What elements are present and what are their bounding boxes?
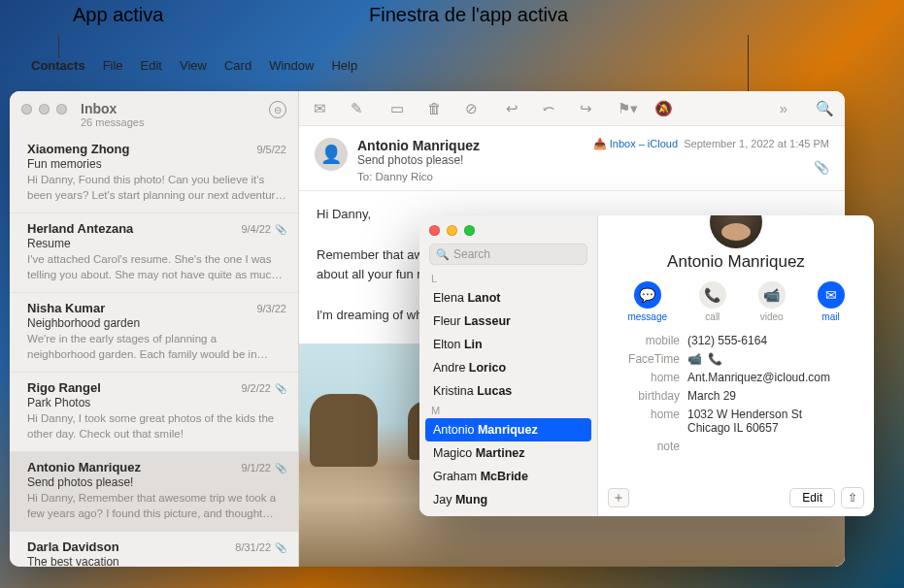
contacts-list-pane: 🔍 Search LElena LanotFleur LasseurElton … xyxy=(419,215,598,516)
field-label: home xyxy=(612,371,687,384)
contact-item[interactable]: Elena Lanot xyxy=(419,286,597,310)
reply-all-icon[interactable]: ⤺ xyxy=(540,100,557,117)
mobile-value[interactable]: (312) 555-6164 xyxy=(687,334,860,347)
menu-view[interactable]: View xyxy=(180,58,207,73)
address-value[interactable]: 1032 W Henderson StChicago IL 60657 xyxy=(687,408,860,435)
traffic-lights xyxy=(21,104,67,114)
field-label: note xyxy=(612,440,687,453)
callout-active-window: Finestra de l'app activa xyxy=(369,4,568,26)
mail-button[interactable]: ✉mail xyxy=(818,281,845,322)
facetime-audio-icon[interactable]: 📞 xyxy=(708,352,722,366)
contact-item[interactable]: Jay Mung xyxy=(419,488,597,511)
header-to-label: To: xyxy=(357,171,372,182)
attachment-icon[interactable]: 📎 xyxy=(814,160,829,175)
field-label: FaceTime xyxy=(612,352,687,366)
contact-item[interactable]: Kristina Lucas xyxy=(419,379,597,403)
forward-icon[interactable]: ↪ xyxy=(577,100,594,117)
search-icon: 🔍 xyxy=(436,248,450,261)
filter-icon[interactable]: ⊖ xyxy=(269,101,286,118)
callout-active-app: App activa xyxy=(73,4,163,26)
message-item[interactable]: Herland Antezana9/4/22📎 ResumeI've attac… xyxy=(10,213,298,293)
close-icon[interactable] xyxy=(21,104,32,114)
add-contact-button[interactable]: ＋ xyxy=(608,488,629,507)
trash-icon[interactable]: 🗑 xyxy=(425,100,443,117)
contact-item[interactable]: Magico Martinez xyxy=(419,441,597,465)
zoom-icon[interactable] xyxy=(464,225,475,236)
facetime-value[interactable]: 📹📞 xyxy=(687,352,860,366)
contact-item[interactable]: Andre Lorico xyxy=(419,356,597,379)
message-list[interactable]: Xiaomeng Zhong9/5/22 Fun memoriesHi Dann… xyxy=(10,134,298,567)
flag-icon[interactable]: ⚑▾ xyxy=(618,100,635,117)
traffic-lights xyxy=(419,215,597,240)
menu-card[interactable]: Card xyxy=(224,58,251,73)
message-button[interactable]: 💬message xyxy=(627,281,667,322)
field-label: home xyxy=(612,408,687,435)
header-subject: Send photos please! xyxy=(357,153,593,167)
message-header: 👤 Antonio Manriquez Send photos please! … xyxy=(299,126,845,191)
note-value[interactable] xyxy=(687,440,860,453)
header-from: Antonio Manriquez xyxy=(357,138,593,153)
menu-help[interactable]: Help xyxy=(331,58,357,73)
menubar-app-name[interactable]: Contacts xyxy=(31,58,85,73)
compose-icon[interactable]: ✎ xyxy=(348,100,365,117)
field-label: mobile xyxy=(612,334,687,347)
more-icon[interactable]: » xyxy=(775,100,792,116)
mailbox-title: Inbox xyxy=(81,101,269,116)
mail-sidebar: Inbox 26 messages ⊖ Xiaomeng Zhong9/5/22… xyxy=(10,91,299,567)
contact-name: Antonio Manriquez xyxy=(612,252,860,272)
call-button[interactable]: 📞call xyxy=(699,281,726,322)
edit-button[interactable]: Edit xyxy=(789,488,835,507)
zoom-icon[interactable] xyxy=(56,104,67,114)
reply-icon[interactable]: ↩ xyxy=(503,100,520,117)
minimize-icon[interactable] xyxy=(39,104,50,114)
field-label: birthday xyxy=(612,389,687,403)
mailbox-count: 26 messages xyxy=(81,116,269,128)
list-section-header: M xyxy=(419,403,597,418)
header-to-name: Danny Rico xyxy=(376,171,433,182)
menubar: Contacts File Edit View Card Window Help xyxy=(0,53,904,77)
menu-file[interactable]: File xyxy=(103,58,123,73)
video-button[interactable]: 📹video xyxy=(758,281,786,322)
list-section-header: L xyxy=(419,271,597,286)
contact-item[interactable]: Graham McBride xyxy=(419,465,597,488)
contact-item[interactable]: Antonio Manriquez xyxy=(425,418,591,441)
contacts-window: 🔍 Search LElena LanotFleur LasseurElton … xyxy=(419,215,874,516)
header-mailbox[interactable]: Inbox – iCloud xyxy=(610,138,678,149)
minimize-icon[interactable] xyxy=(447,225,457,236)
archive-icon[interactable]: ▭ xyxy=(388,100,406,117)
message-item[interactable]: Darla Davidson8/31/22📎 The best vacation… xyxy=(10,532,298,567)
menu-window[interactable]: Window xyxy=(269,58,314,73)
message-item[interactable]: Xiaomeng Zhong9/5/22 Fun memoriesHi Dann… xyxy=(10,134,298,213)
mute-icon[interactable]: 🔕 xyxy=(654,100,672,117)
contact-item[interactable]: Elton Lin xyxy=(419,333,597,356)
junk-icon[interactable]: ⊘ xyxy=(462,100,480,117)
email-value[interactable]: Ant.Manriquez@icloud.com xyxy=(687,371,860,384)
contacts-list[interactable]: LElena LanotFleur LasseurElton LinAndre … xyxy=(419,271,597,516)
contact-avatar xyxy=(710,215,762,248)
message-item[interactable]: Rigo Rangel9/2/22📎 Park PhotosHi Danny, … xyxy=(10,373,298,452)
menu-edit[interactable]: Edit xyxy=(141,58,162,73)
contact-item[interactable]: Fleur Lasseur xyxy=(419,310,597,333)
sender-avatar: 👤 xyxy=(315,138,348,171)
close-icon[interactable] xyxy=(429,225,440,236)
birthday-value: March 29 xyxy=(687,389,860,403)
share-icon[interactable]: ⇧ xyxy=(841,487,864,508)
contact-detail: Antonio Manriquez 💬message 📞call 📹video … xyxy=(598,215,874,516)
envelope-icon[interactable]: ✉ xyxy=(311,100,328,117)
header-date: September 1, 2022 at 1:45 PM xyxy=(684,138,829,149)
search-input[interactable]: 🔍 Search xyxy=(429,244,587,265)
mail-toolbar: ✉ ✎ ▭ 🗑 ⊘ ↩ ⤺ ↪ ⚑▾ 🔕 » 🔍 xyxy=(299,91,845,126)
search-placeholder: Search xyxy=(453,247,490,261)
message-item[interactable]: Antonio Manriquez9/1/22📎 Send photos ple… xyxy=(10,452,298,532)
facetime-video-icon[interactable]: 📹 xyxy=(687,352,702,366)
message-item[interactable]: Nisha Kumar9/3/22 Neighborhood gardenWe'… xyxy=(10,293,298,373)
search-icon[interactable]: 🔍 xyxy=(816,100,833,117)
